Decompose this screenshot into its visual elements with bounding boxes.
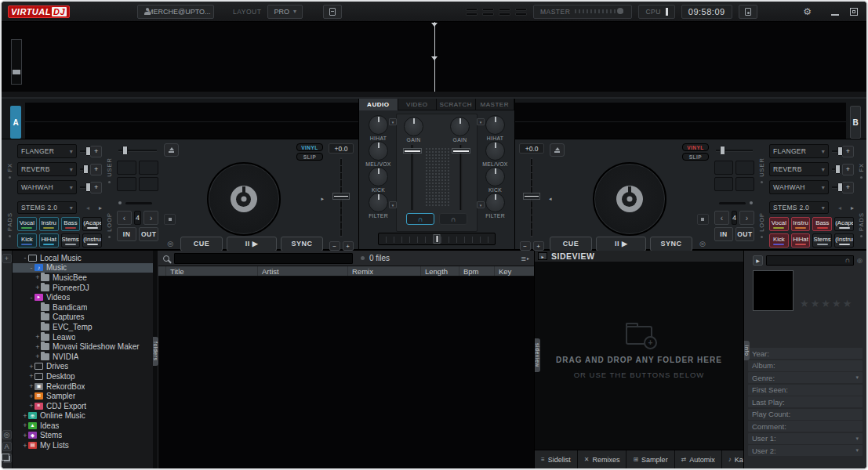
pitch-plus-button[interactable]: +	[343, 241, 354, 251]
tree-item[interactable]: + PioneerDJ	[13, 283, 153, 293]
section-dot-icon[interactable]	[860, 176, 863, 179]
tree-item[interactable]: + MusicBee	[13, 273, 153, 283]
user-pad-button[interactable]	[117, 161, 136, 175]
record-button[interactable]	[739, 5, 757, 19]
info-field[interactable]: User 2: ▾	[748, 445, 863, 456]
chevron-down-icon[interactable]: ▾	[477, 201, 485, 208]
pitch-fader-handle[interactable]	[523, 193, 540, 200]
loop-dot-icon[interactable]	[750, 201, 753, 204]
stem-pad[interactable]: Kick	[17, 233, 37, 248]
fx-toggle-button[interactable]: +	[842, 164, 854, 175]
pads-prev-icon[interactable]: ◂	[838, 204, 841, 212]
settings-button[interactable]: ⚙	[798, 5, 817, 19]
tree-expander[interactable]: +	[28, 363, 35, 371]
pads-mode-select[interactable]: STEMS 2.0▾	[769, 201, 829, 214]
stem-pad[interactable]: Bass	[61, 217, 81, 231]
sideview-tab[interactable]: sideview	[535, 338, 540, 372]
tree-item[interactable]: + ▲ Ideas	[13, 421, 153, 431]
tree-item[interactable]: + ▣ RekordBox	[13, 381, 153, 392]
sync-button[interactable]: SYNC	[650, 237, 692, 251]
fx-toggle-button[interactable]: +	[90, 164, 102, 175]
sideview-mode-button[interactable]: ≡ Sidelist	[535, 450, 578, 468]
gain-knob[interactable]	[404, 117, 423, 136]
fader-handle[interactable]	[403, 148, 422, 154]
eq-knob[interactable]	[485, 167, 505, 186]
fx-select[interactable]: WAHWAH▾	[17, 180, 77, 194]
tree-item[interactable]: + Desktop	[13, 371, 153, 381]
eq-knob[interactable]	[485, 141, 505, 161]
pads-prev-icon[interactable]: ◂	[86, 204, 89, 212]
tree-item[interactable]: + ⊞ Sampler	[13, 391, 153, 401]
star-icon[interactable]: ★	[821, 298, 830, 309]
info-tab[interactable]: info	[744, 341, 750, 360]
eq-knob[interactable]	[369, 193, 388, 212]
sideview-drop-zone[interactable]: DRAG AND DROP ANY FOLDER HERE OR USE THE…	[535, 262, 743, 450]
section-dot-icon[interactable]	[108, 236, 111, 238]
eq-knob[interactable]	[485, 193, 505, 212]
preview-play-button[interactable]: ▶	[753, 255, 763, 266]
tree-files-divider[interactable]: folders	[153, 251, 158, 468]
stem-pad[interactable]: (Acapella)	[82, 217, 102, 231]
fx-select[interactable]: FLANGER▾	[769, 144, 829, 158]
slip-mode-button[interactable]: SLIP	[682, 153, 709, 161]
tree-item[interactable]: + Leawo	[13, 332, 153, 342]
tree-expander[interactable]: +	[22, 412, 28, 420]
fx-slider-handle[interactable]	[835, 164, 841, 174]
fx-slider[interactable]	[832, 146, 839, 157]
cue-button[interactable]: CUE	[180, 237, 223, 251]
stem-pad[interactable]: (Acapella)	[834, 217, 854, 231]
sideview-mode-button[interactable]: ⇄ Automix	[675, 450, 722, 468]
pads-mode-select[interactable]: STEMS 2.0▾	[17, 201, 77, 214]
eq-knob[interactable]	[369, 167, 388, 186]
loop-dot-icon[interactable]	[118, 201, 122, 204]
tree-expander[interactable]: +	[35, 352, 41, 360]
tree-expander[interactable]: +	[22, 442, 28, 450]
fx-slider-handle[interactable]	[83, 164, 89, 174]
loop-in-button[interactable]: IN	[714, 227, 733, 241]
plugins-button[interactable]	[323, 5, 342, 19]
tree-expander[interactable]: +	[35, 343, 41, 351]
info-field[interactable]: Comment:	[748, 421, 863, 432]
sideview-mode-button[interactable]: ✕ Remixes	[578, 450, 627, 468]
load-eject-button[interactable]	[550, 143, 565, 157]
section-dot-icon[interactable]	[860, 235, 863, 237]
section-dot-icon[interactable]	[9, 235, 11, 237]
info-field[interactable]: Album:	[748, 360, 863, 371]
sideview-mode-button[interactable]: ⊞ Sampler	[626, 450, 674, 468]
pitch-plus-button[interactable]: +	[533, 241, 544, 251]
stop-button[interactable]	[164, 214, 176, 225]
chevron-down-icon[interactable]: ▾	[477, 118, 485, 125]
column-header[interactable]: Artist	[258, 266, 348, 276]
tree-expander[interactable]: +	[28, 402, 35, 410]
play-pause-button[interactable]: II ▶	[596, 237, 646, 251]
mixer-tab[interactable]: SCRATCH	[437, 99, 476, 110]
play-pause-button[interactable]: II ▶	[227, 237, 277, 251]
tree-item[interactable]: - ♪ Music	[13, 263, 153, 273]
fx-slider-handle[interactable]	[85, 146, 91, 156]
tree-item[interactable]: EVC_Temp	[13, 322, 153, 332]
deck-layout-option-icon[interactable]	[466, 8, 478, 16]
pitch-fader[interactable]	[331, 156, 351, 239]
stem-pad[interactable]: Stems FX	[812, 233, 832, 248]
channel-fader-right[interactable]	[451, 145, 471, 212]
user-pad-button[interactable]	[139, 177, 158, 191]
stem-pad[interactable]: Instru	[791, 217, 811, 231]
vinyl-mode-button[interactable]: VINYL	[296, 143, 323, 151]
info-field[interactable]: Genre: ▾	[748, 372, 863, 383]
fx-toggle-button[interactable]: +	[842, 182, 854, 193]
user-pad-button[interactable]	[714, 161, 733, 175]
fx-select[interactable]: REVERB▾	[17, 162, 77, 176]
minimize-button[interactable]	[831, 5, 839, 19]
tree-expander[interactable]: -	[28, 294, 35, 302]
cue-button[interactable]: CUE	[550, 237, 592, 251]
jog-wheel[interactable]	[207, 162, 281, 236]
gain-knob[interactable]	[450, 117, 470, 136]
headphone-cue-left-button[interactable]: ∩	[406, 213, 434, 225]
fx-slider[interactable]	[832, 182, 839, 193]
search-input[interactable]	[174, 253, 353, 264]
deck-layout-option-icon[interactable]	[515, 8, 527, 16]
eq-knob[interactable]	[369, 141, 388, 161]
fx-select[interactable]: WAHWAH▾	[769, 180, 829, 194]
section-dot-icon[interactable]	[761, 236, 763, 238]
stem-pad[interactable]: Vocal	[769, 217, 789, 231]
